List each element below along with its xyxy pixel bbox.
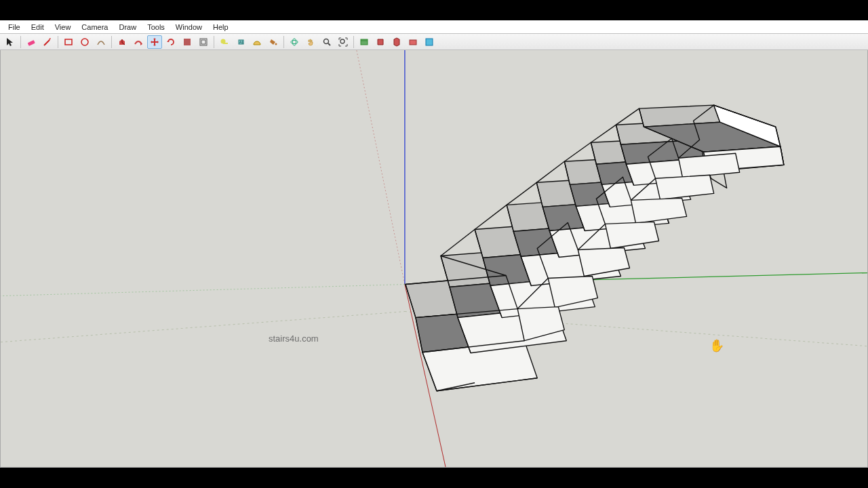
toolbar-separator: [58, 36, 58, 48]
svg-point-11: [291, 40, 298, 43]
svg-rect-3: [184, 39, 191, 45]
pan-icon[interactable]: [303, 35, 318, 49]
viewport[interactable]: stairs4u.com ✋: [0, 50, 868, 468]
svg-marker-53: [656, 175, 714, 199]
next-icon[interactable]: [373, 35, 388, 49]
svg-rect-16: [361, 39, 368, 45]
eraser-icon[interactable]: [24, 35, 39, 49]
lookaround-icon[interactable]: [389, 35, 404, 49]
arc-icon[interactable]: [94, 35, 108, 49]
svg-text:A1: A1: [239, 40, 243, 44]
menu-tools[interactable]: Tools: [142, 22, 170, 33]
toolbar-separator: [283, 36, 284, 48]
svg-point-15: [340, 39, 344, 43]
previous-icon[interactable]: [357, 35, 372, 49]
svg-point-10: [275, 43, 277, 45]
letterbox-top: [0, 0, 868, 20]
svg-point-13: [324, 39, 329, 43]
offset-icon[interactable]: [196, 35, 211, 49]
svg-rect-0: [28, 40, 35, 46]
get-models-icon[interactable]: [422, 35, 437, 49]
svg-rect-19: [426, 39, 433, 45]
circle-icon[interactable]: [77, 35, 92, 49]
axis-red-back: [357, 50, 405, 285]
zoom-extents-icon[interactable]: [336, 35, 351, 49]
toolbar-separator: [214, 36, 214, 48]
svg-marker-54: [631, 198, 686, 223]
toolbar-separator: [20, 36, 21, 48]
menu-help[interactable]: Help: [208, 22, 234, 33]
svg-rect-7: [223, 43, 228, 44]
section-icon[interactable]: [406, 35, 420, 49]
svg-marker-56: [578, 247, 629, 276]
menu-draw[interactable]: Draw: [113, 22, 142, 33]
svg-point-2: [81, 39, 88, 45]
svg-marker-52: [679, 153, 740, 178]
dimension-icon[interactable]: A1: [233, 35, 248, 49]
menu-view[interactable]: View: [50, 22, 77, 33]
svg-rect-18: [410, 40, 416, 45]
svg-rect-5: [201, 40, 205, 44]
menu-edit[interactable]: Edit: [26, 22, 50, 33]
stairs-model: [406, 105, 784, 396]
orbit-icon[interactable]: [287, 35, 302, 49]
svg-point-12: [293, 39, 296, 45]
move-icon[interactable]: [147, 35, 162, 49]
select-icon[interactable]: [3, 35, 18, 49]
menubar: File Edit View Camera Draw Tools Window …: [0, 20, 868, 34]
scene-svg: [1, 50, 867, 467]
menu-window[interactable]: Window: [170, 22, 208, 33]
svg-line-20: [1, 312, 405, 342]
rotate-icon[interactable]: [163, 35, 178, 49]
protractor-icon[interactable]: [250, 35, 264, 49]
toolbar-separator: [111, 36, 112, 48]
line-icon[interactable]: [40, 35, 55, 49]
watermark-text: stairs4u.com: [269, 333, 319, 344]
tape-icon[interactable]: [217, 35, 232, 49]
letterbox-bottom: [0, 468, 868, 488]
menu-file[interactable]: File: [3, 22, 26, 33]
menu-camera[interactable]: Camera: [76, 22, 113, 33]
followme-icon[interactable]: [131, 35, 146, 49]
paint-icon[interactable]: [266, 35, 281, 49]
app-window: File Edit View Camera Draw Tools Window …: [0, 20, 868, 468]
pushpull-icon[interactable]: [115, 35, 130, 49]
toolbar: A1: [0, 34, 868, 50]
axis-green-back: [1, 285, 405, 296]
scale-icon[interactable]: [180, 35, 195, 49]
zoom-icon[interactable]: [319, 35, 334, 49]
rectangle-icon[interactable]: [61, 35, 76, 49]
toolbar-separator: [353, 36, 354, 48]
svg-marker-55: [605, 222, 658, 248]
svg-line-14: [328, 43, 330, 45]
svg-rect-1: [65, 39, 72, 45]
